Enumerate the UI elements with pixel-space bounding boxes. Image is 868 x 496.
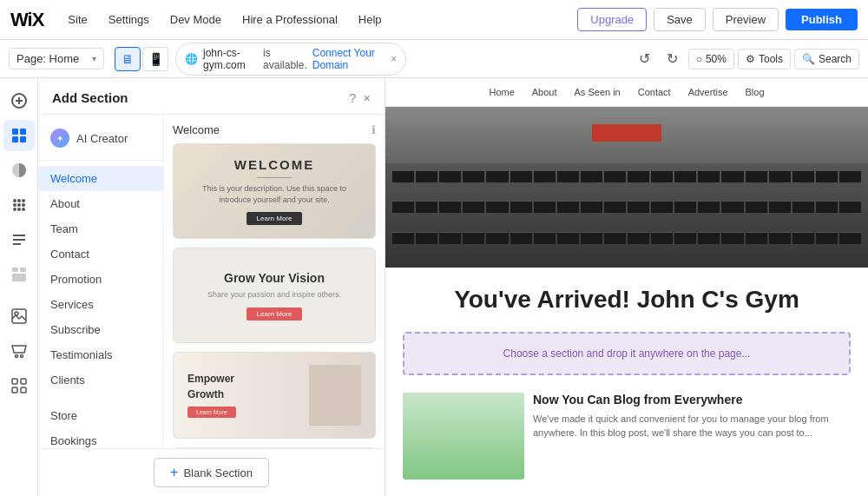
svg-point-26 xyxy=(20,355,23,358)
svg-point-25 xyxy=(15,355,17,358)
apps-icon-btn[interactable] xyxy=(3,189,35,221)
nav-link-blog[interactable]: Blog xyxy=(746,87,765,97)
theme-icon-btn[interactable] xyxy=(3,155,35,186)
category-bookings[interactable]: Bookings xyxy=(38,428,163,448)
nav-help[interactable]: Help xyxy=(348,0,392,40)
media-icon-btn[interactable] xyxy=(3,259,35,290)
group-divider xyxy=(38,393,163,403)
top-bar: WiX Site Settings Dev Mode Hire a Profes… xyxy=(0,0,868,40)
svg-point-12 xyxy=(17,203,21,207)
blank-section-button[interactable]: + Blank Section xyxy=(154,458,269,487)
nav-link-about[interactable]: About xyxy=(532,87,557,97)
svg-point-11 xyxy=(13,203,16,207)
zoom-button[interactable]: ○ 50% xyxy=(688,49,734,69)
tools-icon: ⚙ xyxy=(746,53,755,65)
mobile-icon: 📱 xyxy=(148,52,163,66)
svg-rect-4 xyxy=(20,129,26,135)
device-buttons: 🖥 📱 xyxy=(115,47,168,71)
redo-button[interactable]: ↻ xyxy=(661,47,685,71)
category-about[interactable]: About xyxy=(38,191,163,216)
drop-zone[interactable]: Choose a section and drop it anywhere on… xyxy=(403,332,851,375)
ai-creator-item[interactable]: ✦ AI Creator xyxy=(38,122,163,155)
nav-link-home[interactable]: Home xyxy=(489,87,514,97)
blog-person-img xyxy=(403,393,524,479)
preview-nav: Home About As Seen in Contact Advertise … xyxy=(385,78,868,107)
connect-domain-link[interactable]: Connect Your Domain xyxy=(312,47,383,71)
desktop-icon: 🖥 xyxy=(122,52,134,66)
second-bar: Page: Home ▾ 🖥 📱 🌐 john-cs-gym.com is av… xyxy=(0,40,868,78)
template-card-2[interactable]: Grow Your Vision Share your passion and … xyxy=(173,248,376,343)
typewriter-red-part xyxy=(592,124,661,142)
nav-settings[interactable]: Settings xyxy=(98,0,160,40)
category-testimonials[interactable]: Testimonials xyxy=(38,342,163,367)
nav-link-advertise[interactable]: Advertise xyxy=(688,87,728,97)
apps2-icon-btn[interactable] xyxy=(3,370,35,401)
add-elements-icon-btn[interactable] xyxy=(3,120,35,151)
category-clients[interactable]: Clients xyxy=(38,367,163,393)
ai-creator-icon: ✦ xyxy=(50,129,69,148)
preview-headline: You've Arrived! John C's Gym xyxy=(385,268,868,323)
category-team[interactable]: Team xyxy=(38,216,163,241)
category-contact[interactable]: Contact xyxy=(38,241,163,267)
template-card-3[interactable]: Empower Growth Learn More xyxy=(173,352,376,439)
nav-link-as-seen-in[interactable]: As Seen in xyxy=(575,87,621,97)
hero-image xyxy=(385,107,868,268)
image-icon-btn[interactable] xyxy=(3,301,35,332)
category-welcome[interactable]: Welcome xyxy=(38,166,163,191)
divider xyxy=(38,160,163,161)
domain-name: john-cs-gym.com xyxy=(203,47,258,71)
icon-sidebar xyxy=(0,78,38,496)
preview-button[interactable]: Preview xyxy=(713,8,779,31)
mobile-button[interactable]: 📱 xyxy=(142,47,168,71)
domain-bar: 🌐 john-cs-gym.com is available. Connect … xyxy=(175,43,406,76)
add-section-icon-btn[interactable] xyxy=(3,85,35,116)
pages-icon-btn[interactable] xyxy=(3,224,35,255)
categories-list: ✦ AI Creator Welcome About Team Contact … xyxy=(38,115,164,448)
template-card-1[interactable]: WELCOME This is your description. Use th… xyxy=(173,143,376,239)
svg-point-8 xyxy=(13,199,16,202)
undo-button[interactable]: ↺ xyxy=(633,47,657,71)
panel-help-icon[interactable]: ? xyxy=(349,90,356,105)
panel-body: ✦ AI Creator Welcome About Team Contact … xyxy=(38,115,385,448)
panel-footer: + Blank Section xyxy=(38,448,385,496)
page-selector[interactable]: Page: Home ▾ xyxy=(9,48,104,69)
templates-info-icon[interactable]: ℹ xyxy=(372,123,376,136)
templates-header: Welcome ℹ xyxy=(173,123,376,136)
nav-site[interactable]: Site xyxy=(57,0,97,40)
template-card-4[interactable]: Welcometo Our Site Your description here… xyxy=(173,447,376,448)
website-preview: Home About As Seen in Contact Advertise … xyxy=(385,78,868,496)
upgrade-button[interactable]: Upgrade xyxy=(577,8,647,31)
template-1-content: WELCOME This is your description. Use th… xyxy=(174,143,375,239)
nav-link-contact[interactable]: Contact xyxy=(638,87,671,97)
publish-button[interactable]: Publish xyxy=(786,9,858,30)
top-nav: Site Settings Dev Mode Hire a Profession… xyxy=(57,0,391,40)
blog-content: Now You Can Blog from Everywhere We've m… xyxy=(524,393,851,479)
zoom-icon: ○ xyxy=(696,53,702,65)
svg-rect-29 xyxy=(12,387,17,393)
store-icon-btn[interactable] xyxy=(3,335,35,367)
nav-hire-professional[interactable]: Hire a Professional xyxy=(232,0,348,40)
svg-rect-3 xyxy=(12,129,18,135)
panel-title: Add Section xyxy=(52,90,128,105)
chevron-down-icon: ▾ xyxy=(92,54,96,63)
category-services[interactable]: Services xyxy=(38,292,163,317)
desktop-button[interactable]: 🖥 xyxy=(115,47,141,71)
add-section-panel: Add Section ? × ✦ AI Creator Welcome Abo… xyxy=(38,78,385,496)
close-domain-icon[interactable]: × xyxy=(391,53,397,65)
panel-close-icon[interactable]: × xyxy=(363,90,371,105)
tools-button[interactable]: ⚙ Tools xyxy=(738,49,791,69)
category-subscribe[interactable]: Subscribe xyxy=(38,317,163,342)
blog-image xyxy=(403,393,524,479)
second-bar-right: ↺ ↻ ○ 50% ⚙ Tools 🔍 Search xyxy=(633,47,859,71)
svg-point-10 xyxy=(22,199,25,202)
category-store[interactable]: Store xyxy=(38,403,163,428)
blog-text: We've made it quick and convenient for y… xyxy=(533,412,842,440)
category-promotion[interactable]: Promotion xyxy=(38,267,163,292)
search-button[interactable]: 🔍 Search xyxy=(794,49,859,69)
templates-header-title: Welcome xyxy=(173,123,220,136)
nav-dev-mode[interactable]: Dev Mode xyxy=(160,0,232,40)
save-button[interactable]: Save xyxy=(654,8,706,31)
main-area: Add Section ? × ✦ AI Creator Welcome Abo… xyxy=(0,78,868,496)
svg-rect-20 xyxy=(12,268,18,272)
svg-point-15 xyxy=(17,208,21,211)
